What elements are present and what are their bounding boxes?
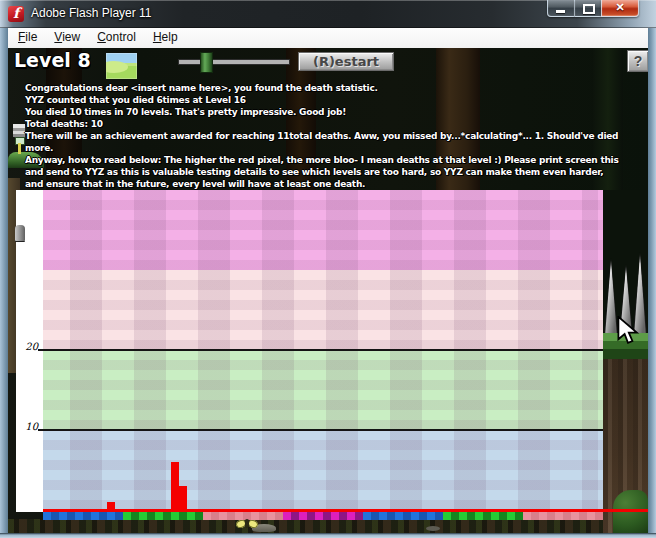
minimize-button[interactable] xyxy=(547,0,575,17)
gridline-20 xyxy=(38,349,604,351)
level-tile xyxy=(435,512,443,520)
level-tile xyxy=(563,512,571,520)
menu-item-file[interactable]: File xyxy=(11,28,44,44)
level-tile xyxy=(491,512,499,520)
level-tile xyxy=(51,512,59,520)
menu-item-view[interactable]: View xyxy=(47,28,87,44)
level-tile xyxy=(147,512,155,520)
gridline-10 xyxy=(38,429,604,431)
level-tile xyxy=(211,512,219,520)
level-tile xyxy=(323,512,331,520)
level-tile xyxy=(419,512,427,520)
level-tile xyxy=(387,512,395,520)
maximize-button[interactable] xyxy=(575,0,601,17)
level-tile xyxy=(259,512,267,520)
death-bar-level-16 xyxy=(171,462,179,510)
firefly-sprite xyxy=(235,518,259,529)
level-tile xyxy=(339,512,347,520)
level-tile xyxy=(315,512,323,520)
level-tile xyxy=(347,512,355,520)
message-line: Total deaths: 10 xyxy=(25,118,645,130)
level-tile xyxy=(331,512,339,520)
level-tile xyxy=(403,512,411,520)
level-tile xyxy=(451,512,459,520)
level-tile xyxy=(587,512,595,520)
message-line: more. xyxy=(25,142,645,154)
restart-button[interactable]: (R)estart xyxy=(298,52,394,71)
level-tile xyxy=(595,512,603,520)
message-line: and send to YYZ as this is valuable test… xyxy=(25,166,645,178)
message-line: There will be an achievement awarded for… xyxy=(25,130,645,142)
mushroom-sprite xyxy=(15,225,25,241)
level-tile xyxy=(363,512,371,520)
close-icon: ✕ xyxy=(602,1,638,14)
y-tick-label: 10 xyxy=(18,422,38,432)
message-line: and ensure that in the future, every lev… xyxy=(25,178,645,190)
level-tile xyxy=(99,512,107,520)
level-tile xyxy=(83,512,91,520)
ground-strip xyxy=(8,519,648,533)
minimize-icon xyxy=(556,10,565,13)
level-tile xyxy=(131,512,139,520)
mouse-cursor-icon xyxy=(616,316,642,350)
title-bar[interactable]: f Adobe Flash Player 11 ✕ xyxy=(0,0,656,28)
level-tile xyxy=(43,512,51,520)
level-tile xyxy=(139,512,147,520)
level-tile xyxy=(411,512,419,520)
level-title: Level 8 xyxy=(14,49,91,71)
level-tile xyxy=(107,512,115,520)
message-block: Congratulations dear <insert name here>,… xyxy=(25,82,645,190)
flash-player-window: f Adobe Flash Player 11 ✕ FileViewContro… xyxy=(0,0,656,538)
window-border-right xyxy=(648,28,656,533)
level-tile xyxy=(67,512,75,520)
level-tile xyxy=(59,512,67,520)
level-tile xyxy=(275,512,283,520)
message-line: Anyway, how to read below: The higher th… xyxy=(25,154,645,166)
level-tile xyxy=(443,512,451,520)
level-tile xyxy=(499,512,507,520)
level-tile xyxy=(579,512,587,520)
game-stage: Level 8 (R)estart ? Congratulations dear… xyxy=(8,48,648,533)
level-tile xyxy=(475,512,483,520)
menu-item-control[interactable]: Control xyxy=(90,28,143,44)
menu-bar: FileViewControlHelp xyxy=(8,28,648,49)
level-tile xyxy=(547,512,555,520)
level-tile xyxy=(307,512,315,520)
level-tile xyxy=(179,512,187,520)
level-tile xyxy=(163,512,171,520)
level-slider-track[interactable] xyxy=(178,59,290,65)
menu-item-help[interactable]: Help xyxy=(146,28,185,44)
level-tile xyxy=(395,512,403,520)
level-tile xyxy=(187,512,195,520)
level-tile xyxy=(171,512,179,520)
level-tile xyxy=(283,512,291,520)
close-button[interactable]: ✕ xyxy=(601,0,639,17)
forest-scene-right xyxy=(603,190,648,533)
level-tile xyxy=(195,512,203,520)
level-tile xyxy=(91,512,99,520)
level-tile xyxy=(523,512,531,520)
level-tile xyxy=(75,512,83,520)
level-tile xyxy=(483,512,491,520)
level-slider-handle[interactable] xyxy=(200,52,213,73)
level-tile xyxy=(115,512,123,520)
level-thumbnail xyxy=(106,53,137,79)
level-tile xyxy=(203,512,211,520)
window-controls: ✕ xyxy=(547,0,639,17)
level-tile xyxy=(571,512,579,520)
level-tile xyxy=(227,512,235,520)
level-tile xyxy=(355,512,363,520)
window-title: Adobe Flash Player 11 xyxy=(31,6,152,20)
level-tile xyxy=(155,512,163,520)
level-tile xyxy=(539,512,547,520)
help-button[interactable]: ? xyxy=(627,50,648,72)
death-bar-level-17 xyxy=(179,486,187,510)
window-border-bottom xyxy=(0,533,656,538)
level-tile xyxy=(299,512,307,520)
level-tile xyxy=(219,512,227,520)
pixel-sprite xyxy=(13,124,25,137)
y-tick-label: 20 xyxy=(18,342,38,352)
level-tile xyxy=(467,512,475,520)
maximize-icon xyxy=(583,4,595,14)
message-line: YYZ counted that you died 6times at Leve… xyxy=(25,94,645,106)
